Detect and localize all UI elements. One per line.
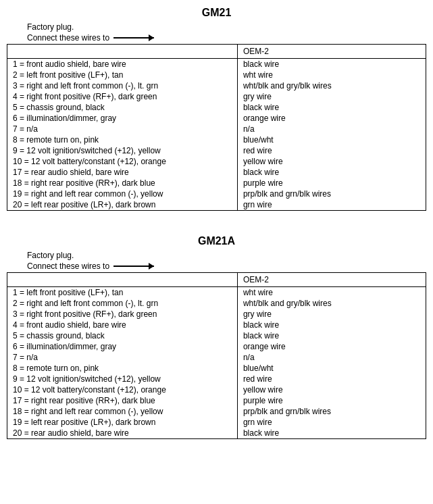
factory-wire-desc: 20 = left rear positive (LR+), dark brow…: [7, 199, 237, 210]
factory-label-line1: Factory plug.: [7, 250, 426, 261]
table-row: 9 = 12 volt ignition/switched (+12), yel…: [7, 145, 426, 156]
table-row: 8 = remote turn on, pinkblue/wht: [7, 363, 426, 374]
factory-wire-desc: 9 = 12 volt ignition/switched (+12), yel…: [7, 374, 237, 384]
oem-wire-desc: blue/wht: [237, 363, 426, 374]
section-gm21: GM21Factory plug.Connect these wires toO…: [7, 7, 426, 211]
oem-wire-desc: orange wire: [237, 113, 426, 124]
oem-wire-desc: gry wire: [237, 91, 426, 102]
arrow-icon: [113, 37, 154, 39]
table-row: 8 = remote turn on, pinkblue/wht: [7, 134, 426, 145]
connect-wires-label: Connect these wires to: [27, 261, 109, 271]
table-row: 1 = front audio shield, bare wireblack w…: [7, 58, 426, 70]
table-row: 4 = right front positive (RF+), dark gre…: [7, 91, 426, 102]
table-row: 17 = right rear positive (RR+), dark blu…: [7, 395, 426, 406]
arrow-row: Connect these wires to: [7, 33, 426, 43]
table-row: 2 = right and left front common (-), lt.…: [7, 298, 426, 309]
oem-wire-desc: wht/blk and gry/blk wires: [237, 298, 426, 309]
col2-header: OEM-2: [237, 45, 426, 59]
factory-wire-desc: 7 = n/a: [7, 124, 237, 134]
wiring-table-gm21a: OEM-21 = left front positive (LF+), tanw…: [7, 272, 426, 439]
oem-wire-desc: black wire: [237, 167, 426, 178]
oem-wire-desc: black wire: [237, 58, 426, 70]
table-row: 6 = illumination/dimmer, grayorange wire: [7, 341, 426, 352]
factory-wire-desc: 2 = right and left front common (-), lt.…: [7, 298, 237, 309]
oem-wire-desc: wht wire: [237, 286, 426, 298]
oem-wire-desc: blue/wht: [237, 134, 426, 145]
table-row: 17 = rear audio shield, bare wireblack w…: [7, 167, 426, 178]
oem-wire-desc: black wire: [237, 330, 426, 341]
table-row: 18 = right rear positive (RR+), dark blu…: [7, 178, 426, 188]
table-row: 2 = left front positive (LF+), tanwht wi…: [7, 70, 426, 80]
table-row: 10 = 12 volt battery/constant (+12), ora…: [7, 384, 426, 395]
table-row: 6 = illumination/dimmer, grayorange wire: [7, 113, 426, 124]
oem-wire-desc: n/a: [237, 352, 426, 363]
table-row: 5 = chassis ground, blackblack wire: [7, 102, 426, 113]
arrow-row: Connect these wires to: [7, 261, 426, 271]
factory-wire-desc: 6 = illumination/dimmer, gray: [7, 113, 237, 124]
factory-wire-desc: 19 = right and left rear common (-), yel…: [7, 188, 237, 199]
table-row: 19 = right and left rear common (-), yel…: [7, 188, 426, 199]
section-title-gm21: GM21: [7, 7, 426, 19]
factory-wire-desc: 10 = 12 volt battery/constant (+12), ora…: [7, 384, 237, 395]
oem-wire-desc: grn wire: [237, 199, 426, 210]
wiring-table-gm21: OEM-21 = front audio shield, bare wirebl…: [7, 44, 426, 211]
factory-wire-desc: 8 = remote turn on, pink: [7, 134, 237, 145]
factory-wire-desc: 3 = right and left front common (-), lt.…: [7, 80, 237, 91]
connect-wires-label: Connect these wires to: [27, 33, 109, 43]
table-row: 10 = 12 volt battery/constant (+12), ora…: [7, 156, 426, 167]
oem-wire-desc: black wire: [237, 428, 426, 438]
oem-wire-desc: n/a: [237, 124, 426, 134]
oem-wire-desc: purple wire: [237, 178, 426, 188]
oem-wire-desc: black wire: [237, 320, 426, 330]
factory-wire-desc: 17 = right rear positive (RR+), dark blu…: [7, 395, 237, 406]
section-divider: [7, 223, 426, 235]
factory-wire-desc: 4 = right front positive (RF+), dark gre…: [7, 91, 237, 102]
table-row: 3 = right front positive (RF+), dark gre…: [7, 309, 426, 320]
table-row: 1 = left front positive (LF+), tanwht wi…: [7, 286, 426, 298]
oem-wire-desc: prp/blk and grn/blk wires: [237, 188, 426, 199]
table-row: 20 = rear audio shield, bare wireblack w…: [7, 428, 426, 438]
col2-header: OEM-2: [237, 273, 426, 287]
table-row: 18 = right and left rear common (-), yel…: [7, 406, 426, 417]
table-row: 3 = right and left front common (-), lt.…: [7, 80, 426, 91]
oem-wire-desc: yellow wire: [237, 156, 426, 167]
oem-wire-desc: wht/blk and gry/blk wires: [237, 80, 426, 91]
page: GM21Factory plug.Connect these wires toO…: [0, 0, 433, 458]
factory-wire-desc: 2 = left front positive (LF+), tan: [7, 70, 237, 80]
factory-wire-desc: 4 = front audio shield, bare wire: [7, 320, 237, 330]
factory-wire-desc: 10 = 12 volt battery/constant (+12), ora…: [7, 156, 237, 167]
factory-wire-desc: 20 = rear audio shield, bare wire: [7, 428, 237, 438]
oem-wire-desc: prp/blk and grn/blk wires: [237, 406, 426, 417]
factory-wire-desc: 5 = chassis ground, black: [7, 330, 237, 341]
table-row: 19 = left rear positive (LR+), dark brow…: [7, 417, 426, 428]
factory-wire-desc: 18 = right and left rear common (-), yel…: [7, 406, 237, 417]
section-title-gm21a: GM21A: [7, 235, 426, 247]
factory-wire-desc: 18 = right rear positive (RR+), dark blu…: [7, 178, 237, 188]
oem-wire-desc: wht wire: [237, 70, 426, 80]
section-gm21a: GM21AFactory plug.Connect these wires to…: [7, 235, 426, 439]
oem-wire-desc: red wire: [237, 374, 426, 384]
factory-wire-desc: 19 = left rear positive (LR+), dark brow…: [7, 417, 237, 428]
table-row: 9 = 12 volt ignition/switched (+12), yel…: [7, 374, 426, 384]
table-row: 7 = n/an/a: [7, 352, 426, 363]
factory-wire-desc: 5 = chassis ground, black: [7, 102, 237, 113]
table-row: 7 = n/an/a: [7, 124, 426, 134]
factory-wire-desc: 9 = 12 volt ignition/switched (+12), yel…: [7, 145, 237, 156]
factory-wire-desc: 1 = left front positive (LF+), tan: [7, 286, 237, 298]
oem-wire-desc: red wire: [237, 145, 426, 156]
oem-wire-desc: purple wire: [237, 395, 426, 406]
factory-wire-desc: 3 = right front positive (RF+), dark gre…: [7, 309, 237, 320]
factory-wire-desc: 6 = illumination/dimmer, gray: [7, 341, 237, 352]
factory-wire-desc: 17 = rear audio shield, bare wire: [7, 167, 237, 178]
factory-wire-desc: 8 = remote turn on, pink: [7, 363, 237, 374]
oem-wire-desc: yellow wire: [237, 384, 426, 395]
col1-header: [7, 273, 237, 287]
table-row: 5 = chassis ground, blackblack wire: [7, 330, 426, 341]
factory-wire-desc: 7 = n/a: [7, 352, 237, 363]
oem-wire-desc: gry wire: [237, 309, 426, 320]
table-row: 4 = front audio shield, bare wireblack w…: [7, 320, 426, 330]
oem-wire-desc: black wire: [237, 102, 426, 113]
arrow-icon: [113, 266, 154, 267]
factory-wire-desc: 1 = front audio shield, bare wire: [7, 58, 237, 70]
oem-wire-desc: grn wire: [237, 417, 426, 428]
